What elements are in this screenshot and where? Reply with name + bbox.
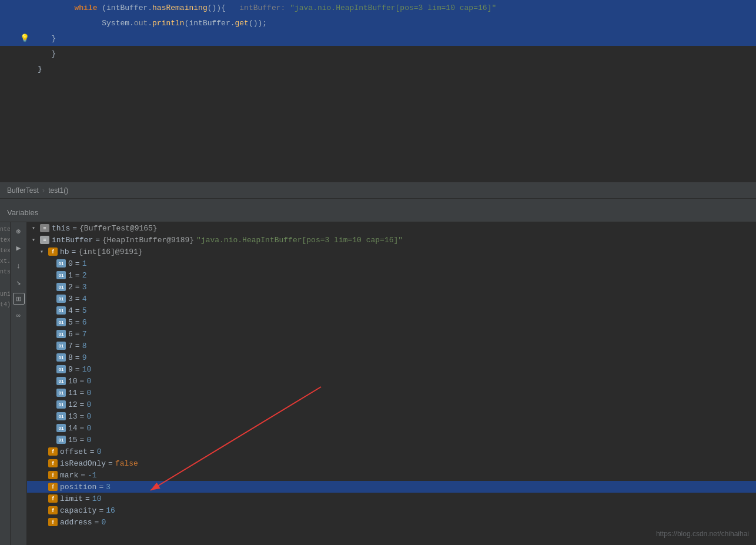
sidebar-file-1: ntext.j (0, 225, 10, 235)
var-this-row[interactable]: ▾ ≡ this = {BufferTest@9165} (27, 222, 756, 234)
breadcrumb-class: BufferTest (7, 186, 39, 195)
icon-int-15: 01 (56, 436, 66, 444)
icon-int-1: 01 (56, 271, 66, 279)
var-mark-value: -1 (88, 471, 97, 480)
var-hb-5[interactable]: 01 5=6 (27, 316, 756, 328)
step-over-button[interactable]: ↓ (13, 260, 25, 272)
var-offset-name: offset (60, 447, 88, 456)
icon-int-3: 01 (56, 295, 66, 303)
watches-button[interactable]: ∞ (13, 309, 25, 321)
icon-int-10: 01 (56, 377, 66, 385)
icon-int-2: 01 (56, 283, 66, 291)
icon-limit: f (48, 494, 58, 503)
var-address-name: address (60, 518, 92, 527)
var-address-value: 0 (101, 518, 106, 527)
code-content-brace3: } (35, 65, 756, 73)
code-content-while: while (intBuffer.hasRemaining()){ intBuf… (35, 0, 756, 21)
var-this-name: this (52, 224, 70, 233)
var-capacity-name: capacity (60, 506, 96, 515)
var-hb-13[interactable]: 01 13=0 (27, 410, 756, 422)
var-intbuffer-eq: = (95, 236, 100, 245)
icon-mark: f (48, 471, 58, 479)
var-mark-row[interactable]: f mark = -1 (27, 469, 756, 481)
icon-int-11: 01 (56, 389, 66, 397)
expand-hb: ▾ (40, 248, 48, 255)
var-hb-row[interactable]: ▾ f hb = {int[16]@9191} (27, 246, 756, 258)
icon-int-13: 01 (56, 412, 66, 420)
var-hb-2[interactable]: 01 2=3 (27, 281, 756, 293)
var-hb-value: {int[16]@9191} (78, 248, 142, 256)
var-offset-row[interactable]: f offset = 0 (27, 446, 756, 457)
bulb-icon: 💡 (20, 34, 29, 43)
var-intbuffer-value: {HeapIntBuffer@9189} (102, 236, 194, 245)
var-this-value: {BufferTest@9165} (79, 224, 158, 233)
sidebar-file-5: nts) (0, 267, 10, 277)
debug-controls: ⊛ ▶ ↓ ↘ ⊞ ∞ (11, 222, 27, 545)
code-line-while: while (intBuffer.hasRemaining()){ intBuf… (0, 0, 756, 15)
line-gutter-3: 💡 (0, 34, 35, 43)
var-intbuffer-name: intBuffer (52, 236, 93, 245)
debug-panel-header: Variables (0, 203, 756, 222)
var-hb-8[interactable]: 01 8=9 (27, 352, 756, 363)
var-hb-3[interactable]: 01 3=4 (27, 293, 756, 305)
var-hb-12[interactable]: 01 12=0 (27, 399, 756, 410)
breadcrumb-bar: BufferTest › test1() (0, 182, 756, 199)
expand-this: ▾ (32, 225, 40, 232)
debug-panel: Variables ntext.j text.jun text.jun xt.j… (0, 203, 756, 545)
sidebar-file-4: xt.junit (0, 256, 10, 267)
frames-button[interactable]: ⊞ (13, 293, 25, 305)
var-position-value: 3 (106, 483, 111, 491)
var-capacity-row[interactable]: f capacity = 16 (27, 504, 756, 516)
var-isreadonly-name: isReadOnly (60, 459, 106, 468)
icon-int-12: 01 (56, 400, 66, 409)
var-mark-name: mark (60, 471, 78, 480)
var-isreadonly-row[interactable]: f isReadOnly = false (27, 457, 756, 469)
var-hb-4[interactable]: 01 4=5 (27, 305, 756, 316)
icon-int-8: 01 (56, 353, 66, 362)
icon-int-5: 01 (56, 318, 66, 326)
resume-button[interactable]: ▶ (13, 242, 25, 254)
var-hb-1[interactable]: 01 1=2 (27, 269, 756, 281)
icon-position: f (48, 483, 58, 491)
var-hb-14[interactable]: 01 14=0 (27, 422, 756, 434)
icon-isreadonly: f (48, 459, 58, 467)
code-content-brace2: } (35, 49, 756, 58)
var-address-row[interactable]: f address = 0 (27, 516, 756, 528)
var-hb-11[interactable]: 01 11=0 (27, 387, 756, 399)
breadcrumb-method: test1() (48, 186, 68, 195)
var-hb-eq: = (72, 248, 76, 256)
var-intbuffer-str: "java.nio.HeapIntBuffer[pos=3 lim=10 cap… (196, 236, 403, 245)
icon-address: f (48, 518, 58, 526)
code-line-brace3: } (0, 61, 756, 76)
var-hb-9[interactable]: 01 9=10 (27, 363, 756, 375)
sidebar-file-2: text.jun (0, 235, 10, 246)
var-capacity-value: 16 (106, 506, 115, 515)
filter-button[interactable]: ⊛ (13, 226, 25, 238)
var-position-name: position (60, 483, 96, 491)
sidebar-file-3: text.jun (0, 246, 10, 256)
watermark: https://blog.csdn.net/chihaihai (656, 530, 749, 538)
step-into-button[interactable]: ↘ (13, 276, 25, 288)
breadcrumb-sep: › (42, 186, 45, 195)
var-position-row[interactable]: f position = 3 (27, 481, 756, 493)
var-hb-15[interactable]: 01 15=0 (27, 434, 756, 446)
var-hb-0[interactable]: 01 0=1 (27, 258, 756, 269)
code-content-brace1: } (35, 34, 756, 43)
var-limit-row[interactable]: f limit = 10 (27, 493, 756, 504)
var-hb-7[interactable]: 01 7=8 (27, 340, 756, 352)
variables-panel: ▾ ≡ this = {BufferTest@9165} ▾ ≡ intBuff… (27, 222, 756, 545)
var-this-eq: = (72, 224, 77, 233)
left-sidebar: ntext.j text.jun text.jun xt.junit nts) … (0, 222, 11, 545)
var-intbuffer-row[interactable]: ▾ ≡ intBuffer = {HeapIntBuffer@9189} "ja… (27, 234, 756, 246)
icon-int-14: 01 (56, 424, 66, 432)
var-offset-value: 0 (97, 447, 102, 456)
icon-int-0: 01 (56, 259, 66, 268)
var-limit-name: limit (60, 494, 83, 503)
var-hb-10[interactable]: 01 10=0 (27, 375, 756, 387)
icon-capacity: f (48, 506, 58, 514)
icon-this: ≡ (40, 224, 49, 232)
icon-int-9: 01 (56, 365, 66, 373)
var-hb-6[interactable]: 01 6=7 (27, 328, 756, 340)
debug-panel-body: ntext.j text.jun text.jun xt.junit nts) … (0, 222, 756, 545)
icon-int-4: 01 (56, 306, 66, 315)
